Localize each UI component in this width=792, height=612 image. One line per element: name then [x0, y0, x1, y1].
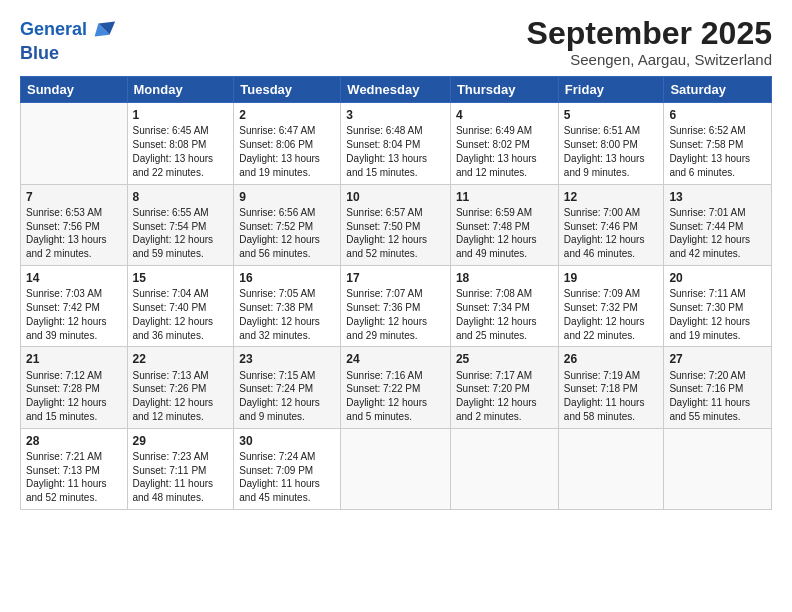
day-number: 25	[456, 351, 553, 367]
calendar-cell	[450, 428, 558, 509]
header-row: SundayMondayTuesdayWednesdayThursdayFrid…	[21, 77, 772, 103]
cell-content: Sunrise: 7:20 AM Sunset: 7:16 PM Dayligh…	[669, 369, 766, 424]
cell-content: Sunrise: 7:09 AM Sunset: 7:32 PM Dayligh…	[564, 287, 659, 342]
calendar-row-4: 28Sunrise: 7:21 AM Sunset: 7:13 PM Dayli…	[21, 428, 772, 509]
header: General Blue September 2025 Seengen, Aar…	[20, 16, 772, 68]
day-number: 29	[133, 433, 229, 449]
day-number: 14	[26, 270, 122, 286]
calendar-cell: 20Sunrise: 7:11 AM Sunset: 7:30 PM Dayli…	[664, 265, 772, 346]
calendar-cell: 1Sunrise: 6:45 AM Sunset: 8:08 PM Daylig…	[127, 103, 234, 184]
cell-content: Sunrise: 7:04 AM Sunset: 7:40 PM Dayligh…	[133, 287, 229, 342]
cell-content: Sunrise: 7:12 AM Sunset: 7:28 PM Dayligh…	[26, 369, 122, 424]
location: Seengen, Aargau, Switzerland	[527, 51, 772, 68]
cell-content: Sunrise: 6:57 AM Sunset: 7:50 PM Dayligh…	[346, 206, 445, 261]
col-header-monday: Monday	[127, 77, 234, 103]
calendar-row-1: 7Sunrise: 6:53 AM Sunset: 7:56 PM Daylig…	[21, 184, 772, 265]
logo-line1: General	[20, 19, 87, 39]
day-number: 1	[133, 107, 229, 123]
calendar-cell: 30Sunrise: 7:24 AM Sunset: 7:09 PM Dayli…	[234, 428, 341, 509]
day-number: 18	[456, 270, 553, 286]
col-header-sunday: Sunday	[21, 77, 128, 103]
logo: General Blue	[20, 16, 117, 64]
day-number: 30	[239, 433, 335, 449]
cell-content: Sunrise: 6:59 AM Sunset: 7:48 PM Dayligh…	[456, 206, 553, 261]
logo-text: General	[20, 20, 87, 40]
day-number: 9	[239, 189, 335, 205]
day-number: 6	[669, 107, 766, 123]
calendar-cell: 25Sunrise: 7:17 AM Sunset: 7:20 PM Dayli…	[450, 347, 558, 428]
cell-content: Sunrise: 6:52 AM Sunset: 7:58 PM Dayligh…	[669, 124, 766, 179]
cell-content: Sunrise: 6:53 AM Sunset: 7:56 PM Dayligh…	[26, 206, 122, 261]
day-number: 8	[133, 189, 229, 205]
calendar-cell: 4Sunrise: 6:49 AM Sunset: 8:02 PM Daylig…	[450, 103, 558, 184]
day-number: 17	[346, 270, 445, 286]
day-number: 7	[26, 189, 122, 205]
day-number: 4	[456, 107, 553, 123]
cell-content: Sunrise: 6:55 AM Sunset: 7:54 PM Dayligh…	[133, 206, 229, 261]
cell-content: Sunrise: 7:03 AM Sunset: 7:42 PM Dayligh…	[26, 287, 122, 342]
month-title: September 2025	[527, 16, 772, 51]
cell-content: Sunrise: 7:08 AM Sunset: 7:34 PM Dayligh…	[456, 287, 553, 342]
calendar: SundayMondayTuesdayWednesdayThursdayFrid…	[20, 76, 772, 510]
day-number: 19	[564, 270, 659, 286]
cell-content: Sunrise: 7:13 AM Sunset: 7:26 PM Dayligh…	[133, 369, 229, 424]
cell-content: Sunrise: 7:01 AM Sunset: 7:44 PM Dayligh…	[669, 206, 766, 261]
day-number: 28	[26, 433, 122, 449]
calendar-cell: 26Sunrise: 7:19 AM Sunset: 7:18 PM Dayli…	[558, 347, 664, 428]
calendar-cell: 15Sunrise: 7:04 AM Sunset: 7:40 PM Dayli…	[127, 265, 234, 346]
calendar-cell: 18Sunrise: 7:08 AM Sunset: 7:34 PM Dayli…	[450, 265, 558, 346]
cell-content: Sunrise: 7:00 AM Sunset: 7:46 PM Dayligh…	[564, 206, 659, 261]
cell-content: Sunrise: 7:17 AM Sunset: 7:20 PM Dayligh…	[456, 369, 553, 424]
calendar-row-2: 14Sunrise: 7:03 AM Sunset: 7:42 PM Dayli…	[21, 265, 772, 346]
day-number: 13	[669, 189, 766, 205]
calendar-cell: 10Sunrise: 6:57 AM Sunset: 7:50 PM Dayli…	[341, 184, 451, 265]
calendar-cell: 12Sunrise: 7:00 AM Sunset: 7:46 PM Dayli…	[558, 184, 664, 265]
calendar-row-0: 1Sunrise: 6:45 AM Sunset: 8:08 PM Daylig…	[21, 103, 772, 184]
day-number: 16	[239, 270, 335, 286]
calendar-cell: 19Sunrise: 7:09 AM Sunset: 7:32 PM Dayli…	[558, 265, 664, 346]
logo-icon	[89, 16, 117, 44]
calendar-cell: 27Sunrise: 7:20 AM Sunset: 7:16 PM Dayli…	[664, 347, 772, 428]
logo-line2: Blue	[20, 44, 117, 64]
calendar-row-3: 21Sunrise: 7:12 AM Sunset: 7:28 PM Dayli…	[21, 347, 772, 428]
calendar-cell: 21Sunrise: 7:12 AM Sunset: 7:28 PM Dayli…	[21, 347, 128, 428]
cell-content: Sunrise: 7:23 AM Sunset: 7:11 PM Dayligh…	[133, 450, 229, 505]
day-number: 15	[133, 270, 229, 286]
calendar-cell: 11Sunrise: 6:59 AM Sunset: 7:48 PM Dayli…	[450, 184, 558, 265]
day-number: 22	[133, 351, 229, 367]
day-number: 26	[564, 351, 659, 367]
cell-content: Sunrise: 6:48 AM Sunset: 8:04 PM Dayligh…	[346, 124, 445, 179]
day-number: 24	[346, 351, 445, 367]
calendar-cell: 2Sunrise: 6:47 AM Sunset: 8:06 PM Daylig…	[234, 103, 341, 184]
calendar-cell: 24Sunrise: 7:16 AM Sunset: 7:22 PM Dayli…	[341, 347, 451, 428]
day-number: 3	[346, 107, 445, 123]
cell-content: Sunrise: 7:11 AM Sunset: 7:30 PM Dayligh…	[669, 287, 766, 342]
calendar-cell: 7Sunrise: 6:53 AM Sunset: 7:56 PM Daylig…	[21, 184, 128, 265]
cell-content: Sunrise: 6:45 AM Sunset: 8:08 PM Dayligh…	[133, 124, 229, 179]
calendar-cell: 29Sunrise: 7:23 AM Sunset: 7:11 PM Dayli…	[127, 428, 234, 509]
cell-content: Sunrise: 7:19 AM Sunset: 7:18 PM Dayligh…	[564, 369, 659, 424]
calendar-cell	[21, 103, 128, 184]
calendar-cell: 8Sunrise: 6:55 AM Sunset: 7:54 PM Daylig…	[127, 184, 234, 265]
calendar-cell	[341, 428, 451, 509]
day-number: 20	[669, 270, 766, 286]
day-number: 11	[456, 189, 553, 205]
calendar-cell: 9Sunrise: 6:56 AM Sunset: 7:52 PM Daylig…	[234, 184, 341, 265]
calendar-cell: 22Sunrise: 7:13 AM Sunset: 7:26 PM Dayli…	[127, 347, 234, 428]
cell-content: Sunrise: 6:49 AM Sunset: 8:02 PM Dayligh…	[456, 124, 553, 179]
cell-content: Sunrise: 7:15 AM Sunset: 7:24 PM Dayligh…	[239, 369, 335, 424]
calendar-cell: 17Sunrise: 7:07 AM Sunset: 7:36 PM Dayli…	[341, 265, 451, 346]
calendar-cell: 14Sunrise: 7:03 AM Sunset: 7:42 PM Dayli…	[21, 265, 128, 346]
cell-content: Sunrise: 6:47 AM Sunset: 8:06 PM Dayligh…	[239, 124, 335, 179]
calendar-cell	[664, 428, 772, 509]
day-number: 23	[239, 351, 335, 367]
calendar-cell: 23Sunrise: 7:15 AM Sunset: 7:24 PM Dayli…	[234, 347, 341, 428]
day-number: 21	[26, 351, 122, 367]
calendar-cell: 3Sunrise: 6:48 AM Sunset: 8:04 PM Daylig…	[341, 103, 451, 184]
day-number: 10	[346, 189, 445, 205]
day-number: 27	[669, 351, 766, 367]
title-block: September 2025 Seengen, Aargau, Switzerl…	[527, 16, 772, 68]
cell-content: Sunrise: 7:05 AM Sunset: 7:38 PM Dayligh…	[239, 287, 335, 342]
calendar-cell: 6Sunrise: 6:52 AM Sunset: 7:58 PM Daylig…	[664, 103, 772, 184]
calendar-cell: 28Sunrise: 7:21 AM Sunset: 7:13 PM Dayli…	[21, 428, 128, 509]
